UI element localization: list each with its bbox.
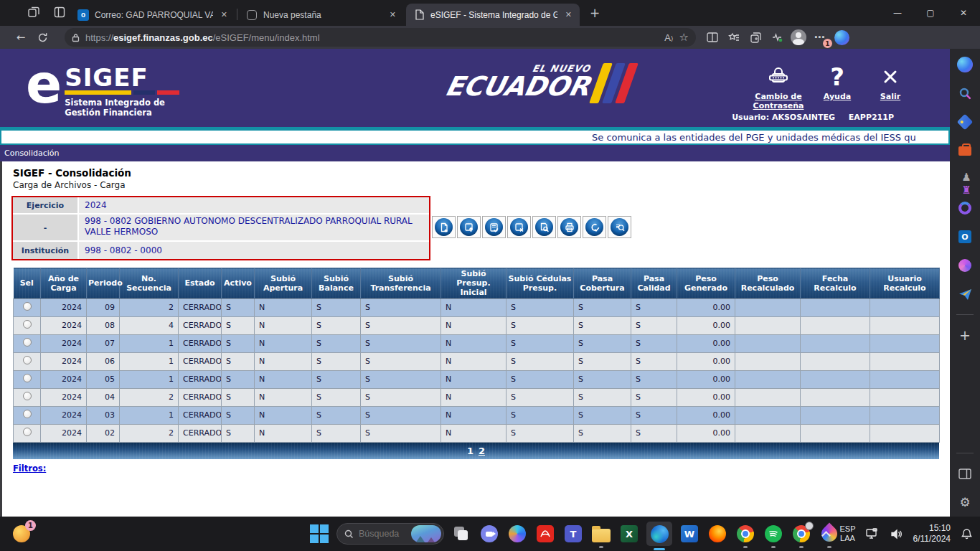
table-cell: N bbox=[255, 406, 312, 424]
menu-consolidacion[interactable]: Consolidación bbox=[4, 149, 59, 158]
table-cell bbox=[735, 406, 801, 424]
table-cell bbox=[801, 352, 870, 370]
tab-nueva-pestana[interactable]: Nueva pestaña ✕ bbox=[239, 4, 404, 26]
esigef-page: e SIGEF Sistema Integrado de Gestión Fin… bbox=[0, 49, 950, 517]
search-highlight-image[interactable] bbox=[411, 525, 441, 542]
row-select-radio[interactable] bbox=[23, 392, 32, 400]
shopping-icon[interactable] bbox=[956, 113, 974, 131]
new-record-button[interactable] bbox=[432, 216, 456, 238]
chrome-profile-icon[interactable] bbox=[791, 523, 812, 545]
copilot-icon[interactable] bbox=[831, 28, 852, 47]
speaker-icon[interactable] bbox=[890, 529, 903, 540]
print-button[interactable] bbox=[557, 216, 581, 238]
chat-icon[interactable] bbox=[479, 523, 500, 545]
browser-essentials-icon[interactable] bbox=[766, 28, 788, 47]
sidebar-divider bbox=[956, 314, 974, 315]
weather-widget[interactable]: 1 bbox=[11, 522, 36, 545]
language-indicator[interactable]: ESP LAA bbox=[839, 524, 855, 543]
acrobat-icon[interactable] bbox=[534, 523, 556, 545]
drop-icon[interactable] bbox=[956, 257, 974, 274]
table-cell: N bbox=[441, 388, 507, 406]
approve-record-button[interactable] bbox=[583, 216, 606, 238]
browser-titlebar: o Correo: GAD PARROQUIAL VALLE ✕ Nueva p… bbox=[0, 0, 980, 26]
profile-avatar[interactable] bbox=[788, 28, 809, 47]
tray-chevron-icon[interactable] bbox=[822, 531, 831, 540]
tab-close-icon[interactable]: ✕ bbox=[219, 10, 230, 19]
window-minimize-button[interactable]: — bbox=[881, 0, 914, 26]
outlook-icon[interactable]: O bbox=[956, 228, 974, 245]
ecuador-logo-stripes bbox=[592, 63, 636, 103]
chrome-icon[interactable] bbox=[735, 523, 756, 545]
table-cell bbox=[801, 406, 870, 424]
edge-icon[interactable] bbox=[646, 522, 672, 546]
games-icon[interactable]: ♟♜ bbox=[956, 171, 974, 188]
ecuador-logo-main: ECUADOR bbox=[443, 74, 592, 100]
new-tab-button[interactable]: + bbox=[590, 7, 600, 19]
file-explorer-icon[interactable] bbox=[590, 523, 612, 545]
microsoft-365-icon[interactable] bbox=[956, 199, 974, 217]
exit-link[interactable]: Salir bbox=[851, 62, 930, 101]
window-maximize-button[interactable]: ▢ bbox=[914, 0, 947, 26]
side-pane-icon[interactable] bbox=[956, 465, 974, 482]
row-select-radio[interactable] bbox=[23, 428, 32, 436]
invalidate-file-button[interactable] bbox=[507, 216, 531, 238]
upload-file-button[interactable] bbox=[457, 216, 481, 238]
row-select-radio[interactable] bbox=[23, 320, 32, 329]
filters-link[interactable]: Filtros: bbox=[13, 463, 46, 474]
workspaces-icon[interactable] bbox=[27, 6, 40, 19]
table-cell: 09 bbox=[87, 298, 120, 316]
more-menu-icon[interactable]: ⋯ 1 bbox=[809, 28, 831, 47]
pagination-page-link[interactable]: 2 bbox=[479, 446, 485, 456]
word-icon[interactable]: W bbox=[679, 523, 700, 545]
copilot-icon[interactable] bbox=[956, 56, 974, 73]
row-select-radio[interactable] bbox=[23, 302, 32, 311]
tab-close-icon[interactable]: ✕ bbox=[387, 10, 398, 19]
paper-plane-icon[interactable] bbox=[956, 286, 974, 303]
favorite-star-icon[interactable]: ☆ bbox=[679, 31, 689, 44]
table-cell: S bbox=[361, 424, 441, 442]
new-tab-page-icon bbox=[246, 9, 258, 21]
excel-icon[interactable]: X bbox=[618, 523, 640, 545]
refresh-icon[interactable] bbox=[32, 28, 53, 47]
window-close-button[interactable]: ✕ bbox=[947, 0, 980, 26]
collections-icon[interactable] bbox=[745, 28, 766, 47]
row-select-radio[interactable] bbox=[23, 356, 32, 364]
search-input[interactable] bbox=[359, 529, 406, 539]
clock[interactable]: 15:10 6/11/2024 bbox=[913, 523, 951, 545]
table-cell: 0.00 bbox=[677, 388, 735, 406]
settings-gear-icon[interactable]: ⚙ bbox=[956, 494, 974, 511]
notification-bell-icon[interactable] bbox=[961, 528, 973, 540]
search-records-button[interactable] bbox=[608, 216, 631, 238]
start-button[interactable] bbox=[308, 523, 330, 545]
favorites-bar-icon[interactable] bbox=[723, 28, 745, 47]
row-select-radio[interactable] bbox=[23, 338, 32, 347]
tab-actions-icon[interactable] bbox=[53, 6, 66, 19]
view-detail-button[interactable] bbox=[532, 216, 556, 238]
add-icon[interactable]: + bbox=[956, 326, 974, 344]
toolbox-icon[interactable] bbox=[956, 142, 974, 159]
task-view-button[interactable] bbox=[451, 523, 472, 545]
table-cell: S bbox=[361, 388, 441, 406]
spotify-icon[interactable] bbox=[763, 523, 784, 545]
search-icon[interactable] bbox=[956, 85, 974, 102]
table-row: 2024031CERRADOSNSSNSSS0.00 bbox=[14, 406, 940, 424]
validate-file-button[interactable] bbox=[482, 216, 506, 238]
teams-icon[interactable]: T bbox=[562, 523, 584, 545]
table-cell: S bbox=[631, 316, 677, 334]
back-icon[interactable]: ← bbox=[10, 28, 32, 47]
network-icon[interactable] bbox=[866, 528, 880, 540]
row-select-radio[interactable] bbox=[23, 374, 32, 382]
table-cell: S bbox=[574, 406, 631, 424]
taskbar-search[interactable] bbox=[336, 523, 444, 545]
tab-close-icon[interactable]: ✕ bbox=[563, 10, 574, 19]
weather-badge: 1 bbox=[25, 520, 36, 531]
split-screen-icon[interactable] bbox=[702, 28, 723, 47]
row-select-radio[interactable] bbox=[23, 410, 32, 418]
read-aloud-icon[interactable]: A⟩ bbox=[664, 32, 673, 43]
tab-correo[interactable]: o Correo: GAD PARROQUIAL VALLE ✕ bbox=[70, 4, 235, 26]
tab-esigef-active[interactable]: eSIGEF - Sistema Integrado de G ✕ bbox=[406, 4, 580, 26]
firefox-icon[interactable] bbox=[707, 523, 728, 545]
copilot-icon[interactable] bbox=[507, 523, 528, 545]
address-bar[interactable]: https://esigef.finanzas.gob.ec/eSIGEF/me… bbox=[65, 28, 696, 47]
table-cell: 2 bbox=[120, 388, 179, 406]
